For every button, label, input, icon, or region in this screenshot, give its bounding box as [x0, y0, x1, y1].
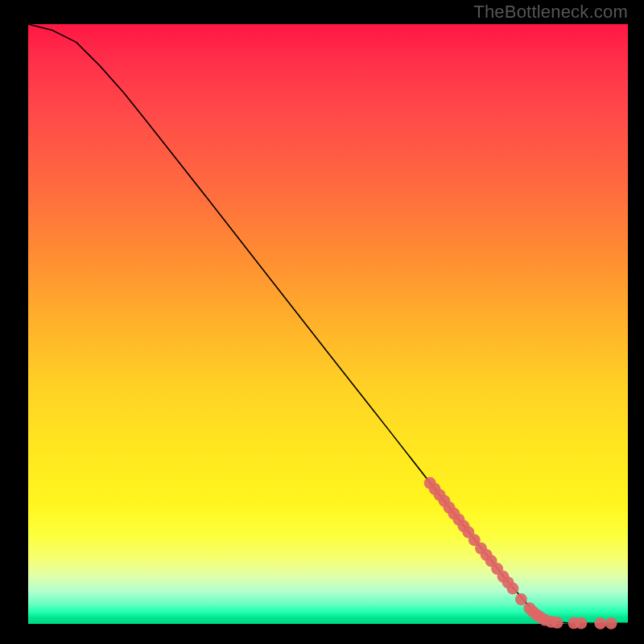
data-marker [575, 617, 587, 630]
data-marker [594, 617, 606, 630]
data-marker [507, 583, 519, 595]
chart-svg [28, 24, 628, 624]
plot-area [28, 24, 628, 624]
data-marker [515, 593, 527, 605]
chart-frame: TheBottleneck.com [0, 0, 644, 644]
bottleneck-curve [28, 24, 628, 623]
data-marker [551, 617, 564, 629]
data-marker [605, 617, 617, 630]
watermark-text: TheBottleneck.com [473, 2, 628, 23]
data-markers-group [424, 477, 617, 629]
